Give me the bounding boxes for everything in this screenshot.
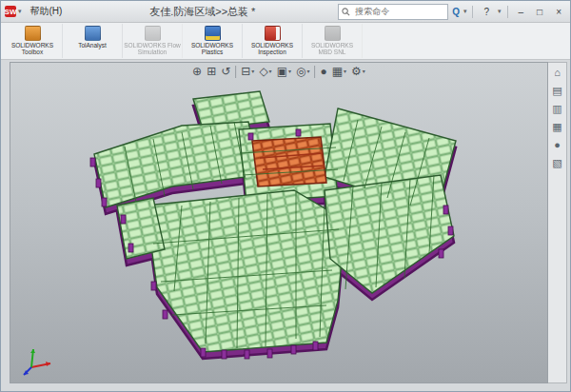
search-chevron-down-icon[interactable]: ▾: [463, 8, 467, 15]
addin-tolanalyst[interactable]: TolAnalyst: [63, 24, 123, 58]
close-button[interactable]: ×: [551, 6, 566, 18]
section-view-icon[interactable]: ⊟▾: [241, 65, 254, 78]
appearances-scenes-icon[interactable]: ●: [554, 139, 561, 150]
solidworks-resources-icon[interactable]: ⌂: [554, 67, 561, 78]
view-settings-icon[interactable]: ⚙▾: [351, 65, 365, 78]
addin-label: SOLIDWORKS Toolbox: [4, 42, 61, 55]
formwork-assembly-model[interactable]: [10, 63, 548, 383]
addin-inspection[interactable]: SOLIDWORKS Inspection: [243, 24, 303, 58]
flow-simulation-icon: [145, 26, 161, 41]
app-logo[interactable]: SW ▾: [5, 6, 22, 17]
addin-plastics[interactable]: SOLIDWORKS Plastics: [183, 24, 243, 58]
menu-help[interactable]: 帮助(H): [26, 3, 68, 20]
logo-chevron-down-icon: ▾: [18, 8, 22, 15]
document-title: 友佳.防海区域>>总装 *: [70, 5, 334, 19]
divider: [472, 6, 473, 18]
chevron-down-icon: ▾: [288, 65, 291, 78]
addin-mbd-snl[interactable]: SOLIDWORKS MBD SNL: [303, 24, 363, 58]
inspection-icon: [265, 26, 281, 41]
display-style-icon[interactable]: ▣▾: [277, 65, 291, 78]
command-search[interactable]: [338, 4, 448, 20]
divider: [314, 66, 315, 78]
search-input[interactable]: [353, 6, 433, 17]
view-palette-icon[interactable]: ▦: [552, 121, 561, 132]
main-frame: ⊕ ⊞ ↺ ⊟▾ ◇▾ ▣▾ ◎▾ ● ▦▾ ⚙▾: [1, 60, 570, 391]
custom-properties-icon[interactable]: ▧: [552, 157, 561, 168]
maximize-button[interactable]: □: [532, 6, 547, 18]
addin-label: SOLIDWORKS MBD SNL: [304, 42, 361, 55]
hide-show-items-icon[interactable]: ◎▾: [296, 65, 310, 78]
addin-label: SOLIDWORKS Inspection: [244, 42, 301, 55]
view-orientation-icon[interactable]: ◇▾: [259, 65, 271, 78]
addin-label: SOLIDWORKS Plastics: [184, 42, 241, 55]
addins-ribbon: SOLIDWORKS Toolbox TolAnalyst SOLIDWORKS…: [1, 23, 570, 60]
reference-triad: [20, 344, 58, 379]
addin-label: SOLIDWORKS Flow Simulation: [124, 42, 181, 55]
chevron-down-icon: ▾: [251, 65, 254, 78]
zoom-area-icon[interactable]: ⊞: [207, 65, 216, 78]
divider: [235, 66, 236, 78]
solidworks-window: SW ▾ 帮助(H) 友佳.防海区域>>总装 * Q ▾ ? ▾ – □ × S…: [0, 0, 571, 392]
search-scope[interactable]: Q: [452, 7, 460, 17]
apply-scene-icon[interactable]: ▦▾: [332, 65, 346, 78]
divider: [507, 6, 508, 18]
graphics-area[interactable]: ⊕ ⊞ ↺ ⊟▾ ◇▾ ▣▾ ◎▾ ● ▦▾ ⚙▾: [10, 62, 548, 383]
minimize-button[interactable]: –: [514, 6, 529, 18]
headsup-toolbar: ⊕ ⊞ ↺ ⊟▾ ◇▾ ▣▾ ◎▾ ● ▦▾ ⚙▾: [192, 65, 365, 78]
addin-flow-simulation[interactable]: SOLIDWORKS Flow Simulation: [123, 24, 183, 58]
plastics-icon: [205, 26, 221, 41]
tolanalyst-icon: [85, 26, 101, 41]
chevron-down-icon: ▾: [269, 65, 272, 78]
chevron-down-icon: ▾: [344, 65, 346, 78]
toolbox-icon: [25, 26, 41, 41]
addin-label: TolAnalyst: [78, 42, 107, 49]
design-library-icon[interactable]: ▤: [552, 85, 561, 96]
chevron-down-icon: ▾: [363, 65, 365, 78]
mbd-icon: [325, 26, 341, 41]
titlebar: SW ▾ 帮助(H) 友佳.防海区域>>总装 * Q ▾ ? ▾ – □ ×: [1, 1, 570, 23]
edit-appearance-icon[interactable]: ●: [320, 65, 326, 78]
solidworks-logo-icon: SW: [5, 6, 16, 17]
zoom-fit-icon[interactable]: ⊕: [192, 65, 202, 78]
search-icon: [342, 8, 350, 16]
chevron-down-icon: ▾: [306, 65, 309, 78]
core-red-region: [252, 137, 326, 186]
task-pane: ⌂ ▤ ▥ ▦ ● ▧: [548, 62, 567, 383]
help-chevron-down-icon[interactable]: ▾: [498, 8, 502, 15]
addin-solidworks-toolbox[interactable]: SOLIDWORKS Toolbox: [3, 24, 63, 58]
file-explorer-icon[interactable]: ▥: [552, 103, 561, 114]
help-button[interactable]: ?: [479, 6, 494, 18]
previous-view-icon[interactable]: ↺: [221, 65, 230, 78]
